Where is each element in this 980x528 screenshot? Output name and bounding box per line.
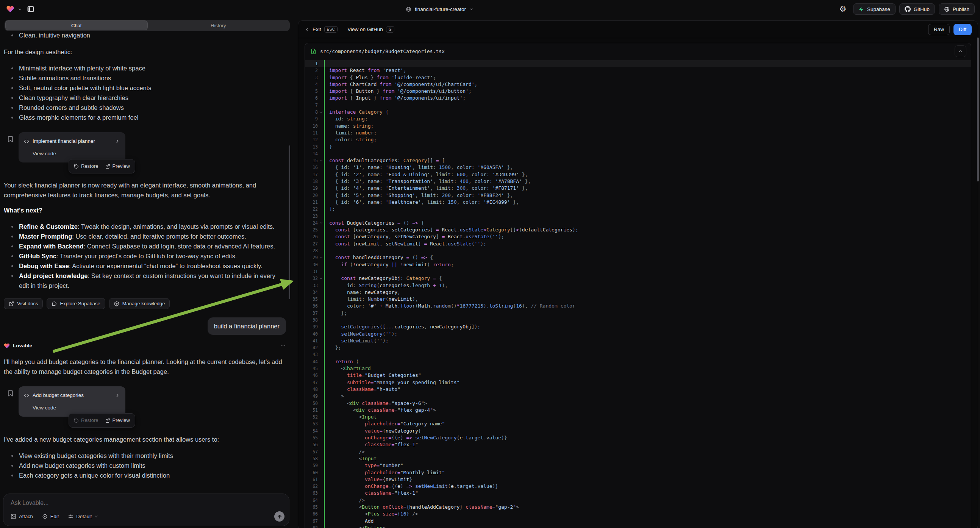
version-card[interactable]: Implement financial plannerView code [19,132,126,162]
chat-composer[interactable]: Ask Lovable... Attach Edit Default [3,493,290,526]
list-item: Soft, neutral color palette with light b… [9,83,286,93]
visit-docs-button[interactable]: Visit docs [4,298,43,309]
code-line: 28 [305,247,971,254]
code-line: 50 <div className="space-y-6"> [305,400,971,407]
line-number: 48 [305,386,318,393]
restore-button[interactable]: Restore [74,415,99,425]
line-number: 60 [305,469,318,476]
raw-toggle-button[interactable]: Raw [928,24,950,35]
fold-chevron-icon[interactable] [319,256,323,260]
code-line: 27 const [newLimit, setNewLimit] = React… [305,240,971,247]
line-number: 9 [305,116,318,122]
project-switcher[interactable]: financial-future-creator [406,0,474,18]
line-number: 22 [305,206,318,213]
bullet-dot [11,87,13,89]
manage-knowledge-button[interactable]: Manage knowledge [109,298,170,309]
line-number: 56 [305,441,318,448]
line-number: 25 [305,226,318,233]
lovable-logo-icon[interactable] [6,5,14,13]
code-icon [24,138,29,144]
tab-chat[interactable]: Chat [5,21,148,30]
chat-messages: Clean, intuitive navigationFor the desig… [4,30,286,491]
bullet-dot [11,475,13,477]
line-number: 64 [305,497,318,504]
page-scrollbar[interactable] [977,38,979,181]
code-line: 35 limit: Number(newLimit), [305,296,971,303]
restore-button[interactable]: Restore [74,161,99,171]
exit-button[interactable]: Exit ESC [304,26,337,33]
line-number: 27 [305,240,318,247]
line-number: 35 [305,296,318,303]
code-line: 2import React from 'react'; [305,67,971,74]
tab-history[interactable]: History [148,21,290,30]
fold-chevron-icon[interactable] [319,277,323,281]
preview-button[interactable]: Preview [105,415,130,425]
code-line: 44 return ( [305,358,971,365]
line-number: 62 [305,483,318,490]
view-code-link[interactable]: View code [33,403,120,413]
chat-paragraph: I've added a new budget categories manag… [4,434,286,444]
line-number: 49 [305,393,318,399]
external-link-icon [105,164,110,169]
package-icon [114,301,119,307]
code-line: 25 const [categories, setCategories] = R… [305,226,971,233]
github-button[interactable]: GitHub [899,3,935,15]
explore-supabase-button[interactable]: Explore Supabase [46,298,105,309]
github-icon [905,6,911,12]
code-line: 24const BudgetCategories = () => { [305,220,971,226]
message-options-button[interactable] [280,343,286,349]
globe-icon [944,6,950,12]
fold-chevron-icon[interactable] [319,159,323,163]
code-editor: 12import React from 'react';3import { Pl… [305,59,971,528]
attach-button[interactable]: Attach [11,514,33,519]
version-card-row: Add budget categoriesView code [7,386,286,417]
fold-chevron-icon[interactable] [319,110,323,115]
code-line: 26 const [newCategory, setNewCategory] =… [305,233,971,240]
version-card[interactable]: Add budget categoriesView code [19,386,126,417]
code-line: 34 name: newCategory, [305,289,971,296]
list-item: Add new budget categories with custom li… [9,461,286,471]
preview-button[interactable]: Preview [105,161,130,171]
bullet-dot [11,117,13,119]
view-code-link[interactable]: View code [33,149,120,159]
version-card-title-row: Implement financial planner [24,136,120,146]
code-line: 19 { id: '4', name: 'Entertainment', lim… [305,185,971,192]
mode-selector[interactable]: Default [68,514,99,519]
line-number: 17 [305,171,318,178]
target-icon [42,514,48,519]
code-line: 29 const handleAddCategory = () => { [305,254,971,261]
version-card-title: Implement financial planner [33,136,111,146]
line-number: 42 [305,344,318,351]
esc-shortcut: ESC [324,26,338,33]
user-message-row: build a financial planner [4,317,286,335]
supabase-button[interactable]: Supabase [853,3,896,15]
line-number: 29 [305,254,318,261]
publish-button[interactable]: Publish [939,3,975,15]
line-number: 5 [305,88,318,95]
sidebar-toggle-icon[interactable] [27,5,35,13]
chat-panel: Chat History Clean, intuitive navigation… [0,18,294,528]
code-line: 22]; [305,206,971,213]
edit-button[interactable]: Edit [42,514,59,519]
code-line: 48 className="h-auto" [305,386,971,393]
line-number: 39 [305,323,318,330]
view-on-github-button[interactable]: View on GitHub G [347,26,395,33]
fold-chevron-icon[interactable] [319,221,323,225]
agent-name: Lovable [13,341,32,351]
composer-placeholder[interactable]: Ask Lovable... [11,499,49,506]
code-line: 55 onChange={(e) => setNewCategory(e.tar… [305,434,971,441]
file-path[interactable]: src/components/budget/BudgetCategories.t… [320,48,445,54]
diff-toggle-button[interactable]: Diff [953,24,972,35]
external-icon [9,301,14,307]
code-line: 62 onChange={(e) => setNewLimit(e.target… [305,483,971,490]
lovable-heart-icon [4,343,10,349]
version-card-row: Implement financial plannerView code [7,132,286,162]
project-title: financial-future-creator [415,6,466,12]
bullet-list: Clean, intuitive navigation [9,30,286,40]
chat-scrollbar[interactable] [289,145,290,299]
list-item: Add project knowledge: Set key context o… [9,271,286,291]
chevron-down-icon[interactable] [18,7,22,11]
settings-button[interactable]: ⚙ [837,3,849,16]
send-button[interactable] [274,511,285,522]
collapse-file-button[interactable] [955,45,966,57]
